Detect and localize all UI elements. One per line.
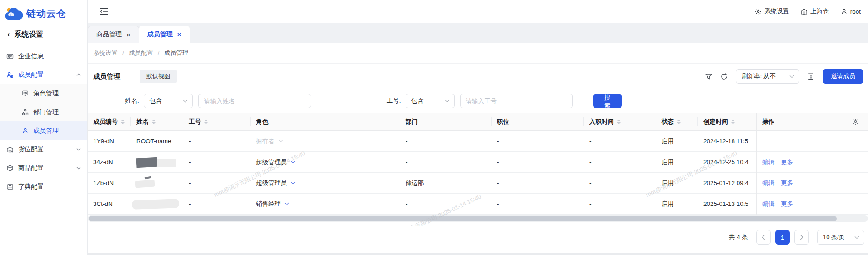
tab-label: 商品管理 (96, 30, 122, 39)
total-count-label: 共 4 条 (729, 233, 748, 241)
prev-page-button[interactable] (756, 230, 771, 245)
chevron-down-icon[interactable] (284, 202, 289, 205)
sort-icon[interactable] (204, 120, 208, 124)
column-header-dept[interactable]: 部门 (400, 113, 492, 130)
cell-position: - (492, 173, 584, 193)
topbar-user-menu[interactable]: root (841, 8, 861, 15)
chevron-down-icon[interactable] (291, 160, 296, 164)
sidebar-item-product-config[interactable]: 商品配置 (0, 159, 87, 177)
table-row[interactable]: 1Y9-dN ROOT-name - 拥有者 - - - 启用 2024-12-… (88, 131, 868, 152)
sort-icon[interactable] (152, 120, 156, 124)
column-header-position[interactable]: 职位 (492, 113, 584, 130)
column-header-empno[interactable]: 工号 (183, 113, 251, 130)
chevron-down-icon (789, 75, 794, 78)
name-operator-select[interactable]: 包含 (144, 94, 193, 108)
breadcrumb-item[interactable]: 系统设置 (93, 49, 118, 57)
page-size-select[interactable]: 10 条/页 (817, 230, 864, 245)
table-row[interactable]: 34z-dN - 超级管理员 - - - 启用 2024-12-25 10:4 (88, 152, 868, 173)
app-logo[interactable]: 链动云仓 (0, 0, 87, 25)
sort-icon[interactable] (121, 120, 125, 124)
column-header-member-id[interactable]: 成员编号 (88, 113, 131, 130)
cell-join-time: - (584, 173, 656, 193)
column-header-created[interactable]: 创建时间 (698, 113, 756, 130)
sidebar-item-department-management[interactable]: 部门管理 (0, 103, 87, 121)
topbar-system-settings[interactable]: 系统设置 (755, 7, 789, 15)
sidebar-item-location-config[interactable]: 货位配置 (0, 140, 87, 159)
refresh-icon[interactable] (720, 73, 728, 80)
row-height-icon[interactable] (807, 73, 815, 80)
more-link[interactable]: 更多 (781, 158, 793, 166)
page-bottom-scrollbar[interactable] (88, 253, 868, 255)
sidebar-item-dictionary-config[interactable]: 字典配置 (0, 177, 87, 196)
topbar-settings-label: 系统设置 (764, 7, 789, 15)
cell-join-time: - (584, 194, 656, 214)
sidebar-collapse-icon[interactable] (100, 7, 109, 15)
column-header-join-time[interactable]: 入职时间 (584, 113, 656, 130)
sidebar-item-role-management[interactable]: 角色管理 (0, 84, 87, 103)
members-table: 成员编号 姓名 工号 角色 部门 职位 入职时间 状态 创建时间 1Y9-dN … (88, 113, 868, 222)
next-page-button[interactable] (794, 230, 809, 245)
column-label: 部门 (406, 118, 418, 126)
chevron-down-icon (76, 166, 81, 170)
chevron-down-icon (278, 140, 283, 143)
cell-member-id: 3Ct-dN (88, 194, 131, 214)
breadcrumb-item[interactable]: 成员配置 (129, 49, 153, 57)
current-page-button[interactable]: 1 (775, 230, 790, 245)
close-icon[interactable]: × (126, 31, 130, 38)
dictionary-icon (6, 183, 14, 190)
sidebar-item-member-management[interactable]: 成员管理 (0, 121, 87, 140)
cell-join-time: - (584, 131, 656, 151)
sidebar-item-label: 部门管理 (33, 108, 59, 116)
name-search-input[interactable] (198, 94, 311, 108)
breadcrumb-item-current: 成员管理 (164, 49, 189, 57)
sidebar-item-label: 商品配置 (18, 164, 44, 172)
column-settings-gear-icon[interactable] (852, 118, 859, 125)
empno-operator-select[interactable]: 包含 (406, 94, 455, 108)
table-row[interactable]: 3Ct-dN - 销售经理 - - - 启用 2025-01-13 10:5 (88, 194, 868, 215)
cell-created: 2025-01-12 09:4 (698, 173, 756, 193)
column-header-status[interactable]: 状态 (656, 113, 698, 130)
close-icon[interactable]: × (177, 31, 181, 38)
column-header-name[interactable]: 姓名 (131, 113, 183, 130)
edit-link[interactable]: 编辑 (762, 200, 774, 208)
more-link[interactable]: 更多 (781, 200, 793, 208)
redaction-block (136, 157, 157, 168)
back-chevron-icon[interactable]: ‹ (7, 30, 10, 39)
sidebar-item-label: 角色管理 (33, 90, 59, 98)
edit-link[interactable]: 编辑 (762, 158, 774, 166)
default-view-tag[interactable]: 默认视图 (140, 70, 177, 83)
cell-empno: - (183, 173, 251, 193)
tab-product-management[interactable]: 商品管理 × (88, 26, 139, 43)
redaction-block (132, 199, 180, 210)
topbar-warehouse-switcher[interactable]: 上海仓 (801, 7, 829, 15)
member-config-icon (6, 71, 14, 79)
goods-box-icon (6, 165, 14, 172)
sort-icon[interactable] (617, 120, 621, 124)
operations-fixed-column: 操作 编辑 更多 编辑 更多 编辑 更多 (756, 113, 868, 215)
sidebar-item-enterprise-info[interactable]: 企业信息 (0, 47, 87, 65)
sidebar-item-member-config[interactable]: 成员配置 (0, 65, 87, 84)
more-link[interactable]: 更多 (781, 179, 793, 187)
filter-funnel-icon[interactable] (705, 73, 712, 80)
tab-member-management[interactable]: 成员管理 × (139, 26, 190, 43)
table-row[interactable]: 1Zb-dN - 超级管理员 储运部 - - 启用 2025-01-12 09:… (88, 173, 868, 194)
column-label: 状态 (662, 118, 674, 126)
horizontal-scrollbar-track (88, 215, 868, 222)
chevron-down-icon[interactable] (291, 181, 296, 185)
column-label: 角色 (256, 118, 268, 126)
edit-link[interactable]: 编辑 (762, 179, 774, 187)
sort-icon[interactable] (677, 120, 681, 124)
column-label: 创建时间 (703, 118, 728, 126)
refresh-rate-dropdown[interactable]: 刷新率: 从不 (736, 69, 799, 84)
horizontal-scrollbar-thumb[interactable] (89, 216, 837, 221)
column-header-role[interactable]: 角色 (251, 113, 400, 130)
role-value: 销售经理 (256, 200, 281, 208)
search-button[interactable]: 搜索 (593, 94, 622, 108)
sort-icon[interactable] (731, 120, 735, 124)
org-chart-icon (22, 109, 29, 115)
empno-search-input[interactable] (460, 94, 573, 108)
filter-row: 姓名: 包含 工号: 包含 搜索 (88, 89, 868, 113)
id-card-icon (6, 53, 14, 60)
breadcrumb: 系统设置 / 成员配置 / 成员管理 (88, 43, 868, 64)
invite-member-button[interactable]: 邀请成员 (823, 69, 863, 84)
